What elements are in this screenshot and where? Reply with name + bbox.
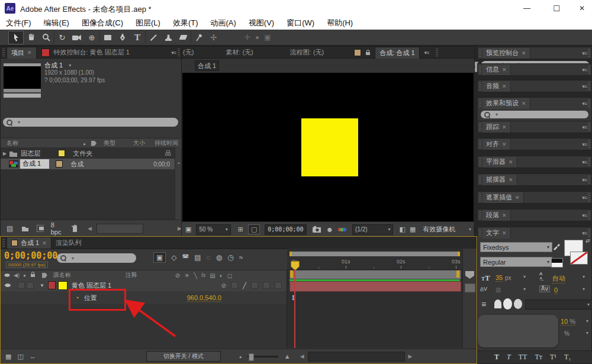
- close-icon[interactable]: ✕: [509, 159, 513, 165]
- switch-well[interactable]: [251, 282, 258, 289]
- panel-menu-icon[interactable]: ▾≡: [582, 141, 587, 147]
- project-row-solids-folder[interactable]: ▶ 固态层 文件夹 品: [1, 148, 175, 159]
- frame-blending-icon[interactable]: ▤: [194, 253, 201, 262]
- tracking-value[interactable]: 0: [554, 286, 558, 294]
- tab-effects-presets[interactable]: 效果和预设✕: [482, 98, 530, 109]
- brush-tool[interactable]: [146, 31, 160, 44]
- comp-breadcrumb-button[interactable]: 合成 1: [195, 60, 219, 71]
- switch-well[interactable]: [263, 282, 270, 289]
- exposure-icon[interactable]: ◧: [399, 226, 405, 233]
- transparency-grid-icon[interactable]: ▦: [410, 226, 416, 233]
- label-swatch[interactable]: [58, 150, 65, 157]
- close-icon[interactable]: ✕: [502, 124, 507, 130]
- tab-audio[interactable]: 音频✕: [482, 81, 511, 92]
- switch-well[interactable]: [275, 282, 282, 289]
- menu-effect[interactable]: 效果(T): [173, 18, 198, 28]
- snapshot-camera-icon[interactable]: [313, 226, 321, 233]
- leading-value[interactable]: 自动: [552, 274, 565, 284]
- tab-composition-viewer[interactable]: 合成: 合成 1: [375, 47, 419, 59]
- panel-menu-icon[interactable]: ▾≡: [171, 50, 176, 56]
- label-swatch[interactable]: [56, 160, 63, 167]
- item-name-selected[interactable]: 合成 1: [20, 159, 49, 169]
- bit-depth-button[interactable]: 8 bpc: [51, 221, 63, 236]
- close-icon[interactable]: ✕: [502, 230, 507, 236]
- motion-blur-icon[interactable]: ◌: [207, 253, 211, 262]
- timeline-hscroll[interactable]: [308, 352, 405, 362]
- timeline-search-input[interactable]: ▾: [57, 253, 136, 263]
- zoom-tool[interactable]: [39, 31, 53, 44]
- project-row-comp[interactable]: 合成 1 合成 0;00;0: [1, 159, 175, 169]
- column-name[interactable]: 名称: [7, 139, 18, 147]
- eyedropper-icon[interactable]: [552, 242, 561, 250]
- panel-menu-icon[interactable]: ▾≡: [582, 230, 587, 236]
- resolution-dropdown[interactable]: (1/2) ▾: [352, 224, 393, 235]
- vertical-scale-value[interactable]: 10 %: [561, 318, 575, 326]
- magnification-dropdown[interactable]: 50 % ▾: [196, 224, 230, 235]
- work-area-end-handle[interactable]: [456, 270, 459, 278]
- brainstorm-icon[interactable]: ◍: [216, 253, 222, 262]
- tab-paragraph[interactable]: 段落✕: [482, 210, 511, 221]
- menu-view[interactable]: 视图(V): [249, 18, 274, 28]
- expand-inout-panes-icon[interactable]: ↔: [30, 353, 36, 360]
- font-style-dropdown[interactable]: Regular ▾: [480, 257, 552, 267]
- all-caps-button[interactable]: TT: [519, 353, 527, 362]
- scroll-left-icon[interactable]: ◀: [88, 226, 92, 231]
- time-ruler[interactable]: 0s 01s 02s 03s: [287, 256, 462, 270]
- comp-viewport[interactable]: [182, 73, 474, 221]
- pan-behind-tool[interactable]: ⊕: [85, 31, 99, 44]
- stroke-color-swatch[interactable]: [570, 252, 588, 265]
- tab-project[interactable]: 项目✕: [7, 47, 37, 59]
- close-icon[interactable]: ✕: [502, 212, 507, 218]
- panel-menu-icon[interactable]: ▾≡: [582, 124, 587, 130]
- layer-row[interactable]: ▼ 黄色 固态层 1 ⊘ ╱: [1, 279, 287, 292]
- toggle-switches-modes-button[interactable]: 切换开关 / 模式: [146, 351, 221, 362]
- expander-closed-icon[interactable]: ▶: [3, 151, 7, 156]
- panel-menu-icon[interactable]: ▾≡: [582, 50, 587, 56]
- zoom-out-mountain-icon[interactable]: ▲: [239, 355, 243, 359]
- tab-flowchart-viewer[interactable]: 流程图: (无): [286, 47, 328, 58]
- panel-menu-icon[interactable]: ▾≡: [424, 50, 429, 56]
- caret-down-icon[interactable]: ▾: [583, 286, 585, 292]
- eraser-tool[interactable]: [176, 31, 190, 44]
- draft-3d-icon[interactable]: ◇: [171, 253, 176, 262]
- panel-menu-icon[interactable]: ▾≡: [582, 159, 587, 165]
- swap-colors-icon[interactable]: ⇄: [585, 238, 590, 244]
- tab-tracker[interactable]: 跟踪✕: [482, 122, 511, 133]
- tab-align[interactable]: 对齐✕: [482, 139, 511, 150]
- property-value[interactable]: 960.0,540.0: [187, 294, 221, 302]
- menu-composition[interactable]: 图像合成(C): [82, 18, 123, 28]
- minimize-button[interactable]: —: [518, 2, 536, 14]
- close-icon[interactable]: ✕: [522, 101, 526, 107]
- maximize-button[interactable]: ☐: [548, 2, 565, 14]
- menu-help[interactable]: 帮助(H): [327, 18, 353, 28]
- panel-menu-icon[interactable]: ▾≡: [582, 101, 587, 107]
- expand-layer-switches-icon[interactable]: ▦: [5, 353, 11, 360]
- caret-down-icon[interactable]: ▾: [586, 318, 588, 324]
- close-icon[interactable]: ✕: [502, 83, 507, 89]
- tab-character[interactable]: 文字✕: [482, 228, 511, 239]
- project-search-input[interactable]: ▾: [3, 118, 178, 127]
- tab-mask-interpolation[interactable]: 遮罩插值✕: [482, 192, 524, 203]
- caret-down-icon[interactable]: ▾: [586, 330, 588, 336]
- show-snapshot-icon[interactable]: ☻: [326, 226, 333, 234]
- hide-shy-layers-icon[interactable]: ◚: [182, 253, 189, 262]
- pen-tool[interactable]: [115, 31, 130, 44]
- tab-footage-viewer[interactable]: 素材: (无): [221, 47, 257, 58]
- tab-info[interactable]: 信息✕: [482, 65, 511, 75]
- close-icon[interactable]: ✕: [502, 67, 507, 73]
- zoom-slider-handle[interactable]: [249, 353, 254, 361]
- caret-down-icon[interactable]: ▾: [523, 274, 526, 279]
- column-type[interactable]: 类型: [104, 139, 115, 147]
- layer-expander-icon[interactable]: ▼: [40, 283, 44, 288]
- font-family-dropdown[interactable]: Fixedsys ▾: [480, 242, 552, 252]
- effects-search-input[interactable]: ▾: [481, 111, 588, 118]
- superscript-button[interactable]: T¹: [550, 353, 556, 362]
- selection-tool[interactable]: [8, 31, 24, 44]
- viewer-timecode[interactable]: 0;00;00;00: [265, 224, 306, 235]
- close-icon[interactable]: ✕: [502, 141, 507, 147]
- tab-render-queue[interactable]: 渲染队列: [52, 237, 86, 249]
- collapse-switch[interactable]: ⊘: [221, 282, 226, 289]
- menu-edit[interactable]: 编辑(E): [44, 18, 69, 28]
- timeline-zoom-slider[interactable]: [247, 356, 278, 357]
- small-caps-button[interactable]: Tᴛ: [535, 353, 542, 362]
